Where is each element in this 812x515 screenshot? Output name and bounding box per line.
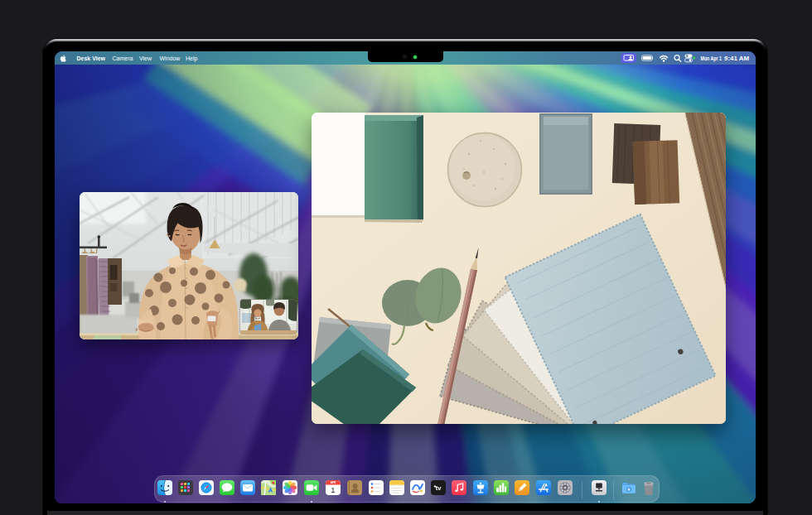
svg-text:9:41 AM: 9:41 AM [724, 55, 749, 61]
svg-text:Mon Apr 1: Mon Apr 1 [701, 55, 723, 62]
svg-text:tv: tv [436, 484, 442, 492]
svg-text:Window: Window [160, 55, 181, 61]
svg-text:Help: Help [186, 55, 198, 62]
svg-text:1: 1 [331, 484, 335, 493]
svg-text:Desk View: Desk View [77, 55, 106, 61]
svg-text:Camera: Camera [113, 55, 133, 61]
svg-text:View: View [139, 55, 152, 61]
